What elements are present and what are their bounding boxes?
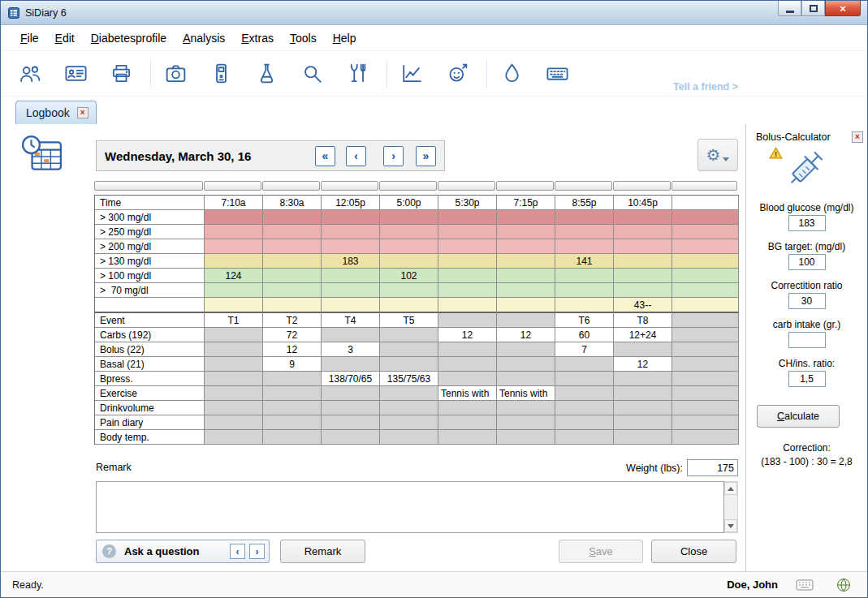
bg-range-cell[interactable]	[322, 225, 380, 239]
bg-range-cell[interactable]	[263, 298, 322, 313]
menu-edit[interactable]: Edit	[47, 32, 83, 45]
bg-range-cell[interactable]	[614, 269, 672, 283]
bg-range-cell[interactable]	[205, 225, 263, 239]
bg-target-input[interactable]	[788, 254, 826, 270]
time-header-cell[interactable]: 5:30p	[438, 196, 497, 210]
carb-intake-input[interactable]	[788, 332, 826, 348]
tab-logbook[interactable]: Logbook ×	[15, 101, 97, 124]
bg-range-cell[interactable]	[672, 269, 739, 283]
column-header-button[interactable]	[321, 181, 378, 191]
camera-icon[interactable]	[159, 58, 192, 89]
time-header-cell[interactable]	[672, 196, 739, 210]
data-cell[interactable]: 7	[555, 342, 614, 357]
data-cell[interactable]	[205, 401, 263, 415]
data-cell[interactable]	[497, 342, 555, 357]
printer-icon[interactable]	[105, 58, 137, 89]
time-header-cell[interactable]: 7:10a	[205, 196, 263, 210]
close-logbook-button[interactable]: Close	[651, 540, 736, 563]
bg-range-cell[interactable]	[614, 239, 672, 254]
smiley-icon[interactable]	[441, 58, 473, 89]
data-cell[interactable]	[672, 415, 739, 430]
bg-range-cell[interactable]	[555, 225, 614, 239]
data-cell[interactable]	[438, 342, 497, 357]
data-cell[interactable]: T6	[555, 313, 614, 328]
bg-range-cell[interactable]	[205, 239, 263, 254]
data-cell[interactable]: 12+24	[614, 328, 672, 342]
data-cell[interactable]	[497, 430, 555, 445]
data-cell[interactable]	[205, 357, 263, 372]
ask-question-widget[interactable]: ? Ask a question ‹ ›	[96, 540, 270, 563]
data-cell[interactable]	[380, 342, 438, 357]
remark-textarea[interactable]	[96, 481, 724, 533]
bg-range-cell[interactable]: 43--	[614, 298, 672, 313]
data-cell[interactable]	[205, 386, 263, 401]
keyboard-status-icon[interactable]	[796, 579, 814, 591]
bg-range-cell[interactable]	[672, 239, 739, 254]
bg-range-cell[interactable]	[263, 210, 322, 225]
calculate-button[interactable]: Calculate	[757, 405, 840, 428]
data-cell[interactable]	[672, 386, 739, 401]
bg-range-cell[interactable]	[614, 225, 672, 239]
data-cell[interactable]	[672, 357, 739, 372]
bg-range-cell[interactable]	[205, 210, 263, 225]
bg-range-cell[interactable]	[672, 225, 739, 239]
bg-range-cell[interactable]	[438, 210, 497, 225]
menu-diabetesprofile[interactable]: Diabetesprofile	[83, 32, 175, 45]
data-cell[interactable]	[380, 386, 438, 401]
bg-range-cell[interactable]	[438, 298, 497, 313]
bg-range-cell[interactable]: 141	[555, 254, 614, 269]
data-cell[interactable]	[555, 401, 614, 415]
data-cell[interactable]	[614, 372, 672, 386]
bg-range-cell[interactable]	[555, 283, 614, 298]
data-cell[interactable]	[438, 415, 497, 430]
last-day-button[interactable]: »	[416, 146, 436, 166]
bg-range-cell[interactable]	[438, 283, 497, 298]
bg-range-cell[interactable]	[497, 210, 555, 225]
bg-range-cell[interactable]	[555, 239, 614, 254]
bg-range-cell[interactable]	[555, 298, 614, 313]
bg-range-cell[interactable]	[497, 298, 555, 313]
bg-range-cell[interactable]	[497, 225, 555, 239]
data-cell[interactable]	[497, 415, 555, 430]
data-cell[interactable]	[322, 328, 380, 342]
bg-range-cell[interactable]	[380, 239, 438, 254]
bg-range-cell[interactable]	[497, 269, 555, 283]
column-header-button[interactable]	[438, 181, 495, 191]
data-cell[interactable]	[380, 415, 438, 430]
bg-range-cell[interactable]	[614, 254, 672, 269]
data-cell[interactable]	[614, 415, 672, 430]
question-next-button[interactable]: ›	[249, 544, 265, 559]
data-cell[interactable]	[672, 328, 739, 342]
time-header-cell[interactable]: 8:30a	[263, 196, 322, 210]
column-header-button[interactable]	[555, 181, 612, 191]
bg-range-cell[interactable]	[263, 283, 322, 298]
data-cell[interactable]	[263, 401, 322, 415]
weight-input[interactable]	[687, 459, 738, 476]
contact-card-icon[interactable]	[59, 58, 92, 89]
data-cell[interactable]	[322, 415, 380, 430]
data-cell[interactable]	[672, 372, 739, 386]
menu-file[interactable]: File	[12, 32, 47, 45]
column-header-button[interactable]	[613, 181, 671, 191]
bg-range-cell[interactable]	[497, 254, 555, 269]
data-cell[interactable]	[555, 357, 614, 372]
bg-range-cell[interactable]	[438, 269, 497, 283]
data-cell[interactable]: T8	[614, 313, 672, 328]
data-cell[interactable]: 135/75/63	[380, 372, 438, 386]
tab-close-icon[interactable]: ×	[77, 107, 89, 118]
column-header-button[interactable]	[496, 181, 554, 191]
remark-button[interactable]: Remark	[280, 540, 365, 563]
data-cell[interactable]	[438, 401, 497, 415]
data-cell[interactable]	[263, 430, 322, 445]
scroll-down-button[interactable]	[724, 519, 737, 532]
bg-range-cell[interactable]	[205, 298, 263, 313]
next-day-button[interactable]: ›	[383, 146, 404, 166]
time-header-cell[interactable]: 12:05p	[322, 196, 380, 210]
column-header-button[interactable]	[204, 181, 261, 191]
data-cell[interactable]: 12	[614, 357, 672, 372]
bg-range-cell[interactable]	[438, 254, 497, 269]
data-cell[interactable]	[380, 401, 438, 415]
data-cell[interactable]	[438, 372, 497, 386]
bg-range-cell[interactable]	[672, 210, 739, 225]
menu-tools[interactable]: Tools	[282, 32, 325, 45]
